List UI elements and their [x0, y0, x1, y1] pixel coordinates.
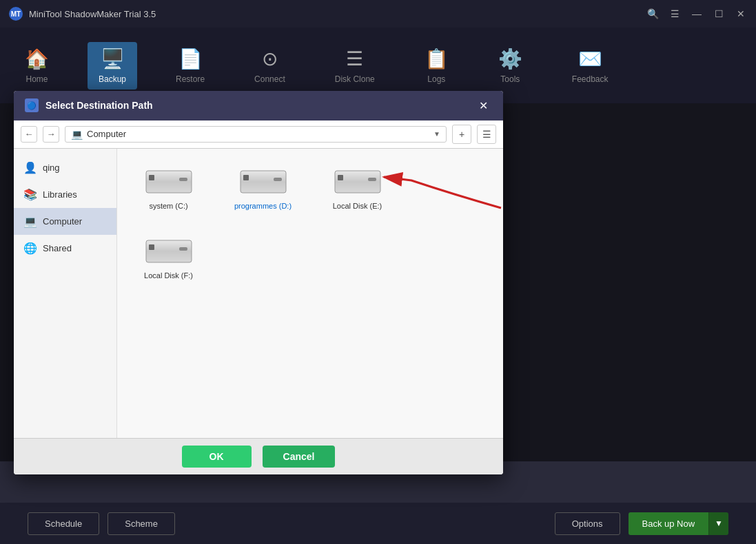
arrow-annotation	[370, 160, 508, 215]
logs-icon: 📋	[425, 48, 449, 70]
options-button[interactable]: Options	[555, 512, 620, 535]
svg-rect-8	[241, 171, 286, 193]
svg-text:MT: MT	[11, 10, 21, 18]
drive-f[interactable]: Local Disk (F:)	[128, 229, 209, 285]
sidebar-label-computer: Computer	[43, 216, 82, 227]
svg-rect-16	[179, 247, 187, 251]
backup-icon: 🖥️	[101, 48, 125, 70]
schedule-button[interactable]: Schedule	[28, 512, 99, 535]
nav-label-logs: Logs	[427, 74, 445, 84]
nav-label-diskclone: Disk Clone	[335, 74, 375, 84]
bottom-right-buttons: Options Back up Now ▼	[555, 512, 728, 535]
address-location: Computer	[87, 129, 429, 139]
ok-button[interactable]: OK	[182, 446, 252, 468]
dialog-header: 🔵 Select Destination Path ✕	[14, 91, 503, 121]
address-input[interactable]: 💻 Computer ▼	[65, 126, 447, 143]
sidebar-label-libraries: Libraries	[43, 189, 77, 200]
drive-f-label: Local Disk (F:)	[144, 271, 193, 280]
dialog-sidebar: 👤 qing 📚 Libraries 💻 Computer 🌐	[14, 149, 117, 438]
backup-now-button[interactable]: Back up Now	[629, 512, 709, 535]
svg-rect-13	[338, 175, 343, 180]
drive-d[interactable]: programmes (D:)	[223, 160, 303, 216]
app-title: MiniTool ShadowMaker Trial 3.5	[29, 9, 156, 19]
dialog-title: Select Destination Path	[45, 100, 468, 111]
bottom-left-buttons: Schedule Scheme	[28, 512, 175, 535]
sidebar-item-shared[interactable]: 🌐 Shared	[14, 235, 116, 262]
backup-button-group: Back up Now ▼	[629, 512, 728, 535]
drive-d-icon	[239, 165, 287, 196]
computer-sidebar-icon: 💻	[23, 215, 37, 228]
feedback-icon: ✉️	[578, 48, 602, 70]
nav-item-diskclone[interactable]: ☰ Disk Clone	[324, 42, 386, 90]
dialog-footer: OK Cancel	[14, 438, 503, 474]
app-logo: MT	[8, 6, 23, 21]
nav-item-feedback[interactable]: ✉️ Feedback	[561, 42, 620, 90]
window-controls: 🔍 ☰ — ☐ ✕	[643, 0, 750, 28]
minimize-button[interactable]: —	[687, 4, 706, 23]
nav-item-backup[interactable]: 🖥️ Backup	[88, 42, 137, 90]
home-icon: 🏠	[25, 48, 49, 70]
cancel-button[interactable]: Cancel	[263, 446, 336, 468]
scheme-button[interactable]: Scheme	[108, 512, 175, 535]
address-bar: ← → 💻 Computer ▼ + ☰	[14, 121, 503, 149]
nav-item-connect[interactable]: ⊙ Connect	[243, 42, 296, 90]
connect-icon: ⊙	[262, 48, 278, 70]
shared-icon: 🌐	[23, 242, 37, 255]
nav-label-restore: Restore	[176, 74, 205, 84]
svg-rect-5	[146, 171, 192, 193]
drive-f-icon	[145, 235, 193, 266]
drive-d-label: programmes (D:)	[234, 202, 292, 210]
address-dropdown-button[interactable]: ▼	[433, 130, 440, 138]
nav-label-feedback: Feedback	[572, 74, 609, 84]
sidebar-label-shared: Shared	[43, 243, 72, 253]
drive-c-label: system (C:)	[149, 202, 187, 210]
nav-label-connect: Connect	[254, 74, 285, 84]
drive-c[interactable]: system (C:)	[128, 160, 209, 216]
svg-rect-7	[149, 175, 154, 180]
backup-dropdown-button[interactable]: ▼	[708, 512, 728, 535]
nav-item-logs[interactable]: 📋 Logs	[413, 42, 460, 90]
modal-overlay: 🔵 Select Destination Path ✕ ← → 💻 Comput…	[0, 103, 756, 461]
dialog-files: system (C:)	[117, 149, 503, 438]
arrow-area	[411, 160, 492, 216]
search-button[interactable]: 🔍	[643, 4, 662, 23]
sidebar-item-qing[interactable]: 👤 qing	[14, 154, 116, 181]
nav-item-restore[interactable]: 📄 Restore	[165, 42, 216, 90]
nav-item-tools[interactable]: ⚙️ Tools	[487, 42, 533, 90]
title-bar: MT MiniTool ShadowMaker Trial 3.5 🔍 ☰ — …	[0, 0, 756, 28]
forward-button[interactable]: →	[43, 126, 59, 143]
svg-rect-17	[149, 244, 154, 250]
dialog-close-button[interactable]: ✕	[475, 98, 492, 114]
tools-icon: ⚙️	[498, 48, 522, 70]
maximize-button[interactable]: ☐	[709, 4, 728, 23]
diskclone-icon: ☰	[346, 48, 363, 70]
new-folder-button[interactable]: +	[452, 125, 471, 144]
svg-rect-9	[274, 178, 282, 181]
drive-c-icon	[145, 165, 193, 196]
svg-rect-10	[243, 175, 249, 180]
nav-label-home: Home	[25, 74, 48, 84]
sidebar-item-libraries[interactable]: 📚 Libraries	[14, 181, 116, 208]
bottom-bar: Schedule Scheme Options Back up Now ▼	[0, 503, 756, 544]
app-main: 🏠 Home 🖥️ Backup 📄 Restore ⊙ Connect ☰ D…	[0, 28, 756, 544]
dialog-title-icon: 🔵	[25, 98, 39, 112]
select-destination-dialog: 🔵 Select Destination Path ✕ ← → 💻 Comput…	[14, 91, 503, 474]
libraries-icon: 📚	[23, 188, 37, 201]
back-button[interactable]: ←	[21, 126, 37, 143]
user-icon: 👤	[23, 161, 37, 174]
sidebar-label-qing: qing	[43, 163, 60, 173]
computer-icon: 💻	[71, 129, 83, 140]
svg-rect-15	[146, 240, 192, 262]
nav-label-backup: Backup	[99, 74, 126, 84]
view-button[interactable]: ☰	[477, 125, 496, 144]
nav-label-tools: Tools	[500, 74, 520, 84]
menu-button[interactable]: ☰	[665, 4, 684, 23]
nav-item-home[interactable]: 🏠 Home	[14, 42, 60, 90]
dialog-body: 👤 qing 📚 Libraries 💻 Computer 🌐	[14, 149, 503, 438]
sidebar-item-computer[interactable]: 💻 Computer	[14, 208, 116, 235]
content-area: Destination Destination Folder 152.94 GB…	[0, 103, 756, 503]
svg-rect-6	[179, 178, 187, 181]
close-button[interactable]: ✕	[731, 4, 750, 23]
restore-icon: 📄	[178, 48, 203, 70]
